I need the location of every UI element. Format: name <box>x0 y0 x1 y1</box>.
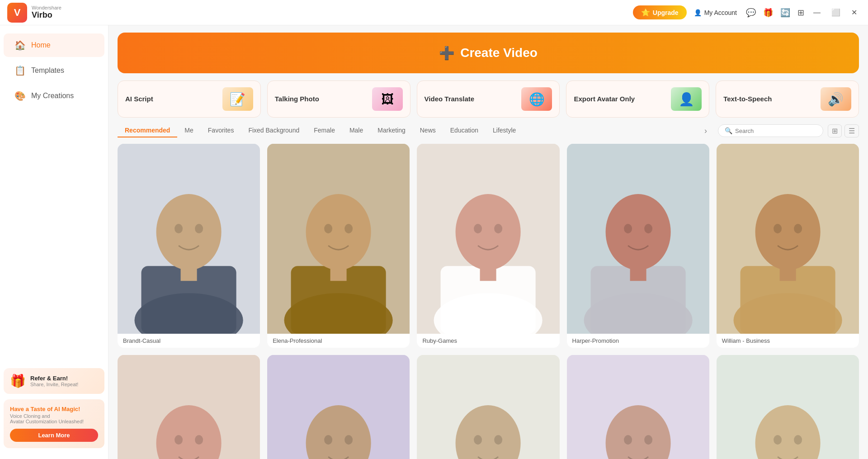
svg-point-19 <box>495 224 503 233</box>
ai-magic-headline: Have a Taste of AI Magic! <box>10 406 98 412</box>
feature-card-tts[interactable]: Text-to-Speech 🔊 <box>716 80 859 118</box>
list-view-button[interactable]: ☰ <box>844 124 859 137</box>
tts-label: Text-to-Speech <box>723 95 772 104</box>
svg-point-67 <box>774 435 782 445</box>
creations-label: My Creations <box>31 92 74 100</box>
avatar-image <box>567 144 709 334</box>
svg-point-33 <box>794 224 802 233</box>
avatar-name: Brandt-Casual <box>118 334 260 348</box>
talking-photo-thumbnail: 🖼 <box>372 87 403 111</box>
person-icon: 👤 <box>694 9 702 16</box>
create-video-banner[interactable]: ➕ Create Video <box>118 33 859 73</box>
avatar-card[interactable]: William - Business <box>717 144 859 348</box>
filter-row: RecommendedMeFavoritesFixed BackgroundFe… <box>108 118 868 137</box>
minimize-button[interactable]: — <box>810 7 824 19</box>
filter-tab-education[interactable]: Education <box>443 124 486 137</box>
svg-point-46 <box>324 435 332 445</box>
avatar-image <box>717 355 859 459</box>
gift-icon[interactable]: 🎁 <box>761 6 775 19</box>
svg-point-11 <box>324 224 332 233</box>
feature-card-video-translate[interactable]: Video Translate 🌐 <box>417 80 560 118</box>
avatar-card[interactable]: Avatar 8 <box>417 355 559 459</box>
sidebar-item-creations[interactable]: 🎨 My Creations <box>4 84 104 108</box>
maximize-button[interactable]: ⬜ <box>828 6 844 19</box>
avatar-image <box>118 144 260 334</box>
avatar-name: William - Business <box>717 334 859 348</box>
svg-point-31 <box>755 194 820 270</box>
svg-point-47 <box>344 435 353 445</box>
svg-rect-34 <box>779 266 796 281</box>
grid-view-button[interactable]: ⊞ <box>828 124 842 137</box>
svg-rect-20 <box>480 266 496 281</box>
svg-point-61 <box>644 435 652 445</box>
svg-point-68 <box>794 435 802 445</box>
filter-tab-me[interactable]: Me <box>177 124 200 137</box>
message-icon[interactable]: 💬 <box>744 6 758 19</box>
star-icon: ⭐ <box>641 8 650 17</box>
feature-card-export-avatar[interactable]: Export Avatar Only 👤 <box>566 80 709 118</box>
avatar-card[interactable]: Avatar 6 <box>118 355 260 459</box>
content-area: ➕ Create Video AI Script 📝 Talking Photo… <box>108 25 868 459</box>
view-toggle: ⊞ ☰ <box>828 124 859 137</box>
sidebar-item-home[interactable]: 🏠 Home <box>4 33 104 57</box>
refresh-icon[interactable]: 🔄 <box>778 6 792 19</box>
app-logo: V <box>7 3 27 23</box>
filter-tab-news[interactable]: News <box>413 124 443 137</box>
svg-point-10 <box>306 194 371 270</box>
ai-script-label: AI Script <box>125 95 153 104</box>
refer-text: Refer & Earn! Share, Invite, Repeat! <box>30 375 78 387</box>
talking-photo-icon: 🖼 <box>381 92 394 107</box>
filter-tab-lifestyle[interactable]: Lifestyle <box>486 124 523 137</box>
avatar-card[interactable]: Brandt-Casual <box>118 144 260 348</box>
filter-tabs: RecommendedMeFavoritesFixed BackgroundFe… <box>118 124 701 137</box>
search-input[interactable] <box>735 128 816 134</box>
svg-point-12 <box>344 224 353 233</box>
filter-tab-recommended[interactable]: Recommended <box>118 124 177 137</box>
brand-name: Wondershare <box>32 5 61 10</box>
avatar-image <box>267 355 410 459</box>
account-button[interactable]: 👤 My Account <box>694 9 737 16</box>
ai-script-icon: 📝 <box>230 92 245 107</box>
avatar-image <box>417 355 559 459</box>
avatar-card[interactable]: Harper-Promotion <box>567 144 709 348</box>
avatar-image <box>717 144 859 334</box>
avatar-image <box>267 144 410 334</box>
filter-tab-favorites[interactable]: Favorites <box>201 124 241 137</box>
home-icon: 🏠 <box>14 40 26 51</box>
avatar-name: Elena-Professional <box>267 334 410 348</box>
avatar-card[interactable]: Elena-Professional <box>267 144 410 348</box>
svg-point-60 <box>624 435 632 445</box>
refer-card[interactable]: 🎁 Refer & Earn! Share, Invite, Repeat! <box>4 368 104 394</box>
filter-more-icon[interactable]: › <box>701 124 711 137</box>
search-icon: 🔍 <box>725 127 732 134</box>
svg-point-53 <box>474 435 482 445</box>
filter-tab-marketing[interactable]: Marketing <box>370 124 412 137</box>
export-avatar-thumbnail: 👤 <box>671 87 702 111</box>
feature-card-ai-script[interactable]: AI Script 📝 <box>118 80 261 118</box>
close-button[interactable]: ✕ <box>848 6 861 19</box>
avatar-image <box>567 355 709 459</box>
upgrade-button[interactable]: ⭐ Upgrade <box>633 5 687 19</box>
avatar-card[interactable]: Avatar 9 <box>567 355 709 459</box>
svg-rect-13 <box>330 266 347 281</box>
avatar-card[interactable]: Avatar 7 <box>267 355 410 459</box>
video-translate-icon: 🌐 <box>529 92 545 107</box>
filter-tab-fixed-background[interactable]: Fixed Background <box>241 124 307 137</box>
learn-more-button[interactable]: Learn More <box>10 429 98 442</box>
avatar-card[interactable]: Ruby-Games <box>417 144 559 348</box>
grid-icon[interactable]: ⊞ <box>796 6 806 19</box>
sidebar: 🏠 Home 📋 Templates 🎨 My Creations 🎁 Refe… <box>0 25 108 459</box>
avatar-card[interactable]: Avatar 10 <box>717 355 859 459</box>
svg-point-25 <box>624 224 632 233</box>
ai-magic-card[interactable]: Have a Taste of AI Magic! Voice Cloning … <box>4 399 104 448</box>
account-label: My Account <box>704 9 737 16</box>
filter-tab-male[interactable]: Male <box>342 124 370 137</box>
sidebar-item-templates[interactable]: 📋 Templates <box>4 59 104 82</box>
feature-card-talking-photo[interactable]: Talking Photo 🖼 <box>267 80 410 118</box>
home-label: Home <box>31 41 51 49</box>
filter-tab-female[interactable]: Female <box>307 124 342 137</box>
tts-icon: 🔊 <box>828 92 844 107</box>
avatar-image <box>118 355 260 459</box>
search-box: 🔍 <box>718 124 823 137</box>
title-bar-actions: ⭐ Upgrade 👤 My Account 💬 🎁 🔄 ⊞ — ⬜ ✕ <box>633 5 861 19</box>
